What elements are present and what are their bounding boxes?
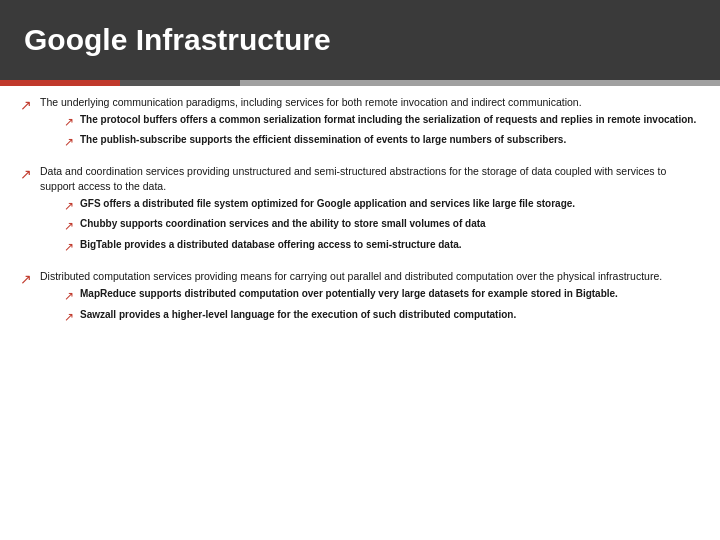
bullet-1-sub-bullets: ↗ The protocol buffers offers a common s… [64, 113, 704, 152]
bullet-2-sub-bullets: ↗ GFS offers a distributed file system o… [64, 197, 704, 256]
slide: 11 Google Infrastructure ↗ The underlyin… [0, 0, 720, 540]
sub-bullet-1a-text: The protocol buffers offers a common ser… [80, 113, 704, 127]
sub-bullet-2b-icon: ↗ [64, 218, 74, 235]
bullet-1-arrow-icon: ↗ [20, 96, 32, 116]
sub-bullet-1b-icon: ↗ [64, 134, 74, 151]
bullet-3-text: Distributed computation services providi… [40, 269, 704, 328]
sub-bullet-3a-text: MapReduce supports distributed computati… [80, 287, 704, 301]
bullet-2-text: Data and coordination services providing… [40, 164, 704, 259]
bullet-3-arrow-icon: ↗ [20, 270, 32, 290]
sub-bullet-2a-icon: ↗ [64, 198, 74, 215]
sub-bullet-1b: ↗ The publish-subscribe supports the eff… [64, 133, 704, 151]
sub-bullet-2c: ↗ BigTable provides a distributed databa… [64, 238, 704, 256]
sub-bullet-2b: ↗ Chubby supports coordination services … [64, 217, 704, 235]
bullet-2-arrow-icon: ↗ [20, 165, 32, 185]
sub-bullet-3a: ↗ MapReduce supports distributed computa… [64, 287, 704, 305]
sub-bullet-2b-text: Chubby supports coordination services an… [80, 217, 704, 231]
sub-bullet-2c-text: BigTable provides a distributed database… [80, 238, 704, 252]
sub-bullet-3b-text: Sawzall provides a higher-level language… [80, 308, 704, 322]
sub-bullet-2a-text: GFS offers a distributed file system opt… [80, 197, 704, 211]
bullet-1: ↗ The underlying communication paradigms… [20, 95, 704, 154]
slide-title: Google Infrastructure [24, 23, 331, 57]
bullet-1-text: The underlying communication paradigms, … [40, 95, 704, 154]
sub-bullet-1a: ↗ The protocol buffers offers a common s… [64, 113, 704, 131]
slide-header: Google Infrastructure [0, 0, 720, 80]
color-bar [0, 80, 720, 86]
color-bar-red [0, 80, 120, 86]
sub-bullet-3a-icon: ↗ [64, 288, 74, 305]
bullet-2: ↗ Data and coordination services providi… [20, 164, 704, 259]
color-bar-dark [120, 80, 240, 86]
sub-bullet-3b-icon: ↗ [64, 309, 74, 326]
bullet-3: ↗ Distributed computation services provi… [20, 269, 704, 328]
sub-bullet-2a: ↗ GFS offers a distributed file system o… [64, 197, 704, 215]
bullet-3-sub-bullets: ↗ MapReduce supports distributed computa… [64, 287, 704, 326]
color-bar-rest [240, 80, 720, 86]
sub-bullet-2c-icon: ↗ [64, 239, 74, 256]
sub-bullet-1a-icon: ↗ [64, 114, 74, 131]
sub-bullet-3b: ↗ Sawzall provides a higher-level langua… [64, 308, 704, 326]
sub-bullet-1b-text: The publish-subscribe supports the effic… [80, 133, 704, 147]
slide-content: ↗ The underlying communication paradigms… [20, 95, 704, 532]
